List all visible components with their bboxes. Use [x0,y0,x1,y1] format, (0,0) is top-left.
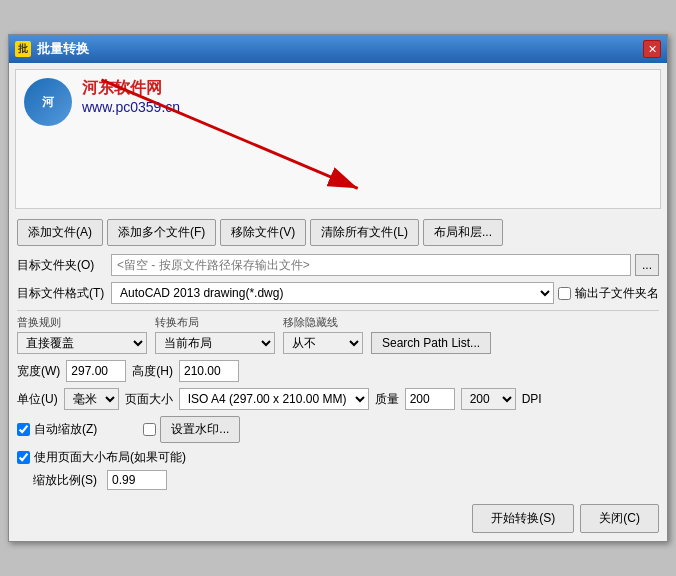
output-subfile-checkbox[interactable] [558,287,571,300]
watermark-content: 河 河东软件网 www.pc0359.cn [16,70,660,134]
divider-1 [17,310,659,311]
site-name: 河东软件网 [82,78,180,99]
layout-layers-button[interactable]: 布局和层... [423,219,503,246]
target-format-select[interactable]: AutoCAD 2013 drawing(*.dwg) [111,282,554,304]
unit-pagesize-row: 单位(U) 毫米 页面大小 ISO A4 (297.00 x 210.00 MM… [17,388,659,410]
target-folder-row: 目标文件夹(O) ... [17,254,659,276]
start-convert-button[interactable]: 开始转换(S) [472,504,574,533]
scale-ratio-label: 缩放比例(S) [33,472,97,489]
setup-watermark-button[interactable]: 设置水印... [160,416,240,443]
output-subfile-label: 输出子文件夹名 [575,285,659,302]
browse-folder-button[interactable]: ... [635,254,659,276]
target-format-label: 目标文件格式(T) [17,285,107,302]
hidden-lines-col: 移除隐藏线 从不 [283,315,363,354]
watermark-wrapper: 设置水印... [143,416,240,443]
title-bar: 批 批量转换 ✕ [9,35,667,63]
hidden-lines-label: 移除隐藏线 [283,315,363,330]
close-button[interactable]: 关闭(C) [580,504,659,533]
use-page-size-label: 使用页面大小布局(如果可能) [34,449,186,466]
quality-select[interactable]: 200 [461,388,516,410]
watermark-text: 河东软件网 www.pc0359.cn [82,78,180,115]
rules-section: 普换规则 直接覆盖 转换布局 当前布局 移除隐藏线 从不 Search Path… [17,315,659,354]
scale-ratio-input[interactable] [107,470,167,490]
logo-circle: 河 [24,78,72,126]
layout-col: 转换布局 当前布局 [155,315,275,354]
quality-input[interactable] [405,388,455,410]
file-button-row: 添加文件(A) 添加多个文件(F) 移除文件(V) 清除所有文件(L) 布局和层… [17,219,659,246]
layout-select[interactable]: 当前布局 [155,332,275,354]
main-window: 批 批量转换 ✕ 河 河东软件网 www.pc0359.cn [8,34,668,542]
use-page-size-row: 使用页面大小布局(如果可能) [17,449,659,466]
watermark-checkbox[interactable] [143,423,156,436]
add-multiple-button[interactable]: 添加多个文件(F) [107,219,216,246]
auto-scale-checkbox[interactable] [17,423,30,436]
dimensions-row: 宽度(W) 高度(H) [17,360,659,382]
quality-label: 质量 [375,391,399,408]
search-path-button[interactable]: Search Path List... [371,332,491,354]
page-size-select[interactable]: ISO A4 (297.00 x 210.00 MM) [179,388,369,410]
watermark-area: 河 河东软件网 www.pc0359.cn [15,69,661,209]
autoscale-row: 自动缩放(Z) 设置水印... [17,416,659,443]
width-input[interactable] [66,360,126,382]
hidden-lines-select[interactable]: 从不 [283,332,363,354]
content-area: 添加文件(A) 添加多个文件(F) 移除文件(V) 清除所有文件(L) 布局和层… [9,215,667,541]
page-size-label: 页面大小 [125,391,173,408]
height-label: 高度(H) [132,363,173,380]
window-title: 批量转换 [37,40,89,58]
unit-label: 单位(U) [17,391,58,408]
output-subfile-checkbox-wrapper: 输出子文件夹名 [558,285,659,302]
title-bar-left: 批 批量转换 [15,40,89,58]
title-bar-controls: ✕ [643,40,661,58]
dpi-label: DPI [522,392,542,406]
close-window-btn[interactable]: ✕ [643,40,661,58]
width-label: 宽度(W) [17,363,60,380]
rules-col: 普换规则 直接覆盖 [17,315,147,354]
rules-label: 普换规则 [17,315,147,330]
clear-all-button[interactable]: 清除所有文件(L) [310,219,419,246]
use-page-size-checkbox[interactable] [17,451,30,464]
site-url: www.pc0359.cn [82,99,180,115]
search-path-col: Search Path List... [371,332,491,354]
target-folder-label: 目标文件夹(O) [17,257,107,274]
add-file-button[interactable]: 添加文件(A) [17,219,103,246]
bottom-buttons: 开始转换(S) 关闭(C) [17,498,659,533]
height-input[interactable] [179,360,239,382]
layout-label: 转换布局 [155,315,275,330]
logo-text: 河 [42,94,54,111]
app-icon: 批 [15,41,31,57]
target-folder-input[interactable] [111,254,631,276]
scale-ratio-row: 缩放比例(S) [33,470,659,490]
remove-file-button[interactable]: 移除文件(V) [220,219,306,246]
rules-select[interactable]: 直接覆盖 [17,332,147,354]
unit-select[interactable]: 毫米 [64,388,119,410]
auto-scale-wrapper: 自动缩放(Z) [17,421,97,438]
target-format-row: 目标文件格式(T) AutoCAD 2013 drawing(*.dwg) 输出… [17,282,659,304]
auto-scale-label: 自动缩放(Z) [34,421,97,438]
